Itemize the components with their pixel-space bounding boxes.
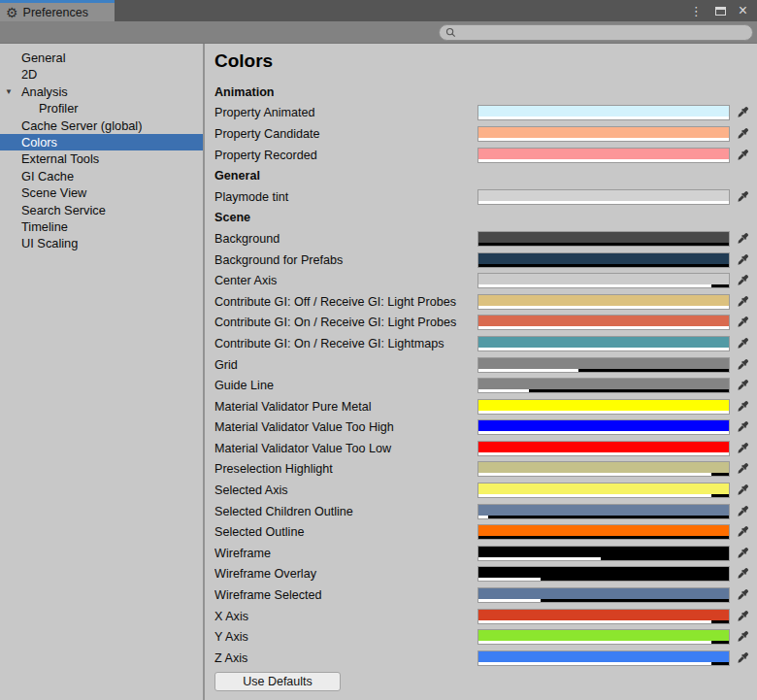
eyedropper-icon[interactable] (730, 379, 751, 392)
color-row: Grid (214, 354, 751, 376)
color-label: Playmode tint (214, 190, 477, 204)
color-swatch[interactable] (477, 483, 730, 498)
sidebar-item-general[interactable]: General (0, 50, 203, 66)
alpha-bar (478, 284, 729, 287)
eyedropper-icon[interactable] (730, 651, 751, 665)
color-label: Wireframe Selected (214, 588, 477, 602)
eyedropper-icon[interactable] (730, 567, 751, 581)
kebab-menu-icon[interactable]: ⋮ (690, 4, 703, 18)
color-swatch[interactable] (477, 189, 730, 205)
color-swatch[interactable] (477, 357, 730, 373)
section-header-row: Animation (214, 82, 751, 103)
foldout-arrow-icon[interactable]: ▼ (5, 83, 13, 100)
sidebar-item-label: GI Cache (21, 169, 74, 183)
color-label: Selected Outline (214, 525, 477, 539)
eyedropper-icon[interactable] (730, 505, 751, 518)
color-field (477, 231, 751, 247)
eyedropper-icon[interactable] (730, 483, 751, 497)
color-row: Wireframe Selected (214, 584, 751, 606)
eyedropper-icon[interactable] (730, 274, 751, 287)
color-swatch[interactable] (477, 378, 730, 393)
sidebar-item-colors[interactable]: Colors (0, 134, 203, 150)
color-field (477, 504, 751, 519)
color-field (477, 378, 751, 393)
color-swatch[interactable] (477, 105, 730, 120)
color-field (477, 650, 751, 666)
color-swatch[interactable] (477, 566, 730, 582)
color-field (477, 336, 751, 351)
color-field (477, 357, 751, 373)
eyedropper-icon[interactable] (730, 400, 751, 414)
alpha-bar (478, 599, 729, 602)
color-swatch[interactable] (477, 461, 730, 477)
eyedropper-icon[interactable] (730, 127, 751, 141)
color-swatch[interactable] (477, 294, 730, 310)
color-swatch[interactable] (477, 587, 730, 603)
tab-preferences[interactable]: ⚙ Preferences (0, 0, 115, 21)
color-swatch[interactable] (477, 231, 730, 247)
sidebar-item-search-service[interactable]: Search Service (0, 202, 203, 218)
eyedropper-icon[interactable] (730, 525, 751, 539)
eyedropper-icon[interactable] (730, 337, 751, 350)
color-swatch[interactable] (477, 273, 730, 288)
color-swatch[interactable] (477, 650, 730, 666)
sidebar-item-timeline[interactable]: Timeline (0, 218, 203, 235)
eyedropper-icon[interactable] (730, 232, 751, 246)
color-label: Y Axis (214, 630, 477, 644)
color-field (477, 461, 751, 477)
color-field (477, 126, 751, 142)
color-swatch[interactable] (477, 524, 730, 540)
alpha-bar (478, 389, 729, 392)
search-input[interactable] (460, 26, 746, 39)
eyedropper-icon[interactable] (730, 547, 751, 560)
color-swatch[interactable] (477, 252, 730, 268)
color-swatch[interactable] (477, 336, 730, 351)
color-field (477, 566, 751, 582)
alpha-bar (478, 620, 729, 623)
color-swatch[interactable] (477, 609, 730, 624)
color-value (478, 316, 729, 326)
eyedropper-icon[interactable] (730, 588, 751, 602)
search-box[interactable] (439, 24, 753, 41)
eyedropper-icon[interactable] (730, 295, 751, 309)
alpha-bar (478, 326, 729, 329)
sidebar-item-ui-scaling[interactable]: UI Scaling (0, 235, 203, 251)
eyedropper-icon[interactable] (730, 630, 751, 644)
eyedropper-icon[interactable] (730, 358, 751, 372)
sidebar-item-external-tools[interactable]: External Tools (0, 150, 203, 167)
eyedropper-icon[interactable] (730, 149, 751, 162)
color-swatch[interactable] (477, 441, 730, 456)
color-field (477, 483, 751, 498)
eyedropper-icon[interactable] (730, 190, 751, 204)
color-swatch[interactable] (477, 148, 730, 163)
color-swatch[interactable] (477, 315, 730, 330)
eyedropper-icon[interactable] (730, 316, 751, 329)
sidebar-item-profiler[interactable]: Profiler (0, 100, 203, 117)
eyedropper-icon[interactable] (730, 442, 751, 455)
color-value (478, 462, 729, 473)
sidebar-item-2d[interactable]: 2D (0, 66, 203, 83)
sidebar-item-gi-cache[interactable]: GI Cache (0, 168, 203, 184)
eyedropper-icon[interactable] (730, 610, 751, 623)
color-value (478, 337, 729, 348)
sidebar-item-cache-server-global[interactable]: Cache Server (global) (0, 117, 203, 134)
sidebar-item-scene-view[interactable]: Scene View (0, 184, 203, 201)
color-label: Grid (214, 358, 477, 372)
use-defaults-button[interactable]: Use Defaults (214, 672, 341, 691)
color-swatch[interactable] (477, 399, 730, 415)
maximize-icon[interactable] (715, 7, 726, 16)
close-icon[interactable]: × (739, 3, 747, 18)
eyedropper-icon[interactable] (730, 253, 751, 267)
eyedropper-icon[interactable] (730, 462, 751, 476)
eyedropper-icon[interactable] (730, 106, 751, 119)
section-header: Scene (214, 211, 751, 224)
color-row: Selected Axis (214, 480, 751, 501)
color-swatch[interactable] (477, 546, 730, 561)
sidebar-item-label: Analysis (21, 84, 68, 99)
eyedropper-icon[interactable] (730, 420, 751, 434)
color-swatch[interactable] (477, 419, 730, 435)
color-swatch[interactable] (477, 126, 730, 142)
sidebar-item-analysis[interactable]: ▼Analysis (0, 83, 203, 100)
color-swatch[interactable] (477, 504, 730, 519)
color-swatch[interactable] (477, 629, 730, 645)
